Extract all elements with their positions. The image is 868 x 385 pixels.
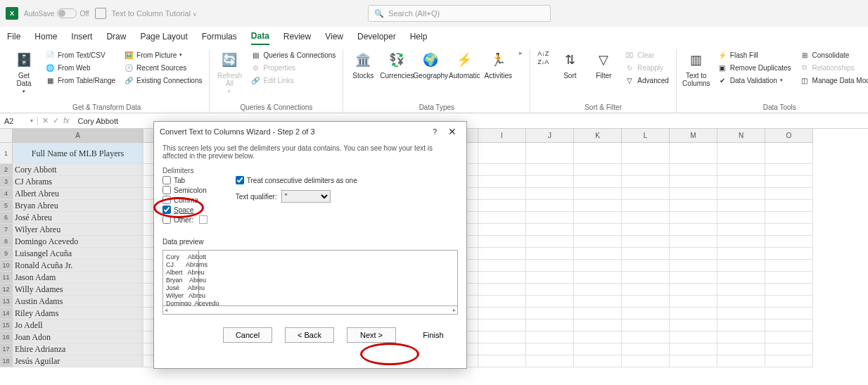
cell[interactable] — [765, 284, 813, 296]
cell[interactable] — [717, 308, 765, 320]
cell[interactable] — [478, 343, 526, 355]
cell[interactable] — [765, 343, 813, 355]
cell[interactable] — [478, 296, 526, 308]
cell[interactable]: José Abreu — [13, 212, 143, 224]
cell[interactable] — [622, 143, 670, 164]
advanced-button[interactable]: ▽Advanced — [622, 75, 671, 86]
cell[interactable] — [526, 176, 574, 188]
cell[interactable] — [574, 260, 622, 272]
formula-value[interactable]: Cory Abbott — [74, 117, 122, 125]
row-header[interactable]: 7 — [0, 224, 13, 236]
header-cell[interactable]: Full Name of MLB Players — [13, 143, 143, 164]
cell[interactable] — [574, 200, 622, 212]
cell[interactable] — [670, 143, 717, 164]
cell[interactable] — [478, 332, 526, 343]
autosave[interactable]: AutoSave Off — [24, 8, 89, 18]
cell[interactable] — [622, 308, 670, 320]
cell[interactable] — [670, 272, 717, 284]
autosave-toggle[interactable] — [57, 8, 77, 18]
cell[interactable] — [765, 164, 813, 176]
cell[interactable]: Riley Adams — [13, 308, 143, 320]
row-header[interactable]: 15 — [0, 320, 13, 332]
cell[interactable] — [526, 260, 574, 272]
col-header-J[interactable]: J — [526, 129, 574, 143]
get-data-button[interactable]: 🗄️ Get Data▾ — [8, 49, 39, 96]
row-header[interactable]: 8 — [0, 236, 13, 248]
cell[interactable] — [574, 188, 622, 200]
cell[interactable]: Willy Adames — [13, 284, 143, 296]
cell[interactable] — [670, 212, 717, 224]
cell[interactable] — [622, 355, 670, 367]
cell[interactable] — [765, 272, 813, 284]
cell[interactable] — [526, 224, 574, 236]
cell[interactable] — [717, 320, 765, 332]
cell[interactable] — [765, 236, 813, 248]
menu-draw[interactable]: Draw — [106, 29, 126, 44]
col-header-K[interactable]: K — [574, 129, 622, 143]
cell[interactable] — [670, 260, 717, 272]
cell[interactable] — [670, 355, 717, 367]
help-button[interactable]: ? — [426, 127, 444, 136]
cell[interactable] — [717, 248, 765, 260]
cell[interactable] — [622, 200, 670, 212]
cell[interactable] — [622, 212, 670, 224]
currencies-button[interactable]: 💱Currencies — [381, 49, 412, 81]
finish-button[interactable]: Finish — [409, 327, 458, 343]
row-header[interactable]: 13 — [0, 296, 13, 308]
menu-formulas[interactable]: Formulas — [202, 29, 237, 44]
cell[interactable] — [526, 296, 574, 308]
cell[interactable] — [717, 164, 765, 176]
cell[interactable] — [717, 284, 765, 296]
cell[interactable] — [478, 320, 526, 332]
close-button[interactable]: ✕ — [444, 126, 461, 137]
cell[interactable] — [765, 176, 813, 188]
row-header[interactable]: 4 — [0, 188, 13, 200]
cell[interactable]: Jason Adam — [13, 272, 143, 284]
cell[interactable] — [478, 272, 526, 284]
save-icon[interactable] — [95, 8, 106, 19]
text-to-columns-button[interactable]: ▥Text to Columns — [681, 49, 712, 89]
sort-button[interactable]: ⇅Sort — [554, 49, 585, 81]
row-header[interactable]: 11 — [0, 272, 13, 284]
flash-fill-button[interactable]: ⚡Flash Fill — [715, 49, 794, 61]
cell[interactable] — [717, 176, 765, 188]
cell[interactable] — [765, 188, 813, 200]
cell[interactable] — [478, 188, 526, 200]
qualifier-select[interactable]: " — [281, 190, 331, 203]
cell[interactable] — [717, 332, 765, 343]
stocks-button[interactable]: 🏛️Stocks — [347, 49, 378, 81]
row-header[interactable]: 10 — [0, 260, 13, 272]
cell[interactable] — [622, 320, 670, 332]
cell[interactable] — [670, 248, 717, 260]
other-checkbox[interactable]: Other: — [162, 215, 208, 224]
cell[interactable]: Joan Adon — [13, 332, 143, 343]
cell[interactable] — [765, 320, 813, 332]
cell[interactable] — [670, 176, 717, 188]
cell[interactable]: CJ Abrams — [13, 176, 143, 188]
menu-page-layout[interactable]: Page Layout — [140, 29, 187, 44]
accept-formula-icon[interactable]: ✓ — [53, 116, 59, 125]
automatic-button[interactable]: ⚡Automatic — [449, 49, 480, 81]
cell[interactable] — [526, 200, 574, 212]
cell[interactable] — [765, 308, 813, 320]
col-header-L[interactable]: L — [622, 129, 670, 143]
cell[interactable] — [670, 296, 717, 308]
consolidate-button[interactable]: ⊞Consolidate — [797, 49, 868, 61]
refresh-all-button[interactable]: 🔄 Refresh All▾ — [214, 49, 245, 96]
cell[interactable] — [670, 224, 717, 236]
cell[interactable] — [622, 164, 670, 176]
remove-duplicates-button[interactable]: ▣Remove Duplicates — [715, 62, 794, 73]
menu-help[interactable]: Help — [410, 29, 428, 44]
cell[interactable] — [526, 248, 574, 260]
row-header[interactable]: 6 — [0, 212, 13, 224]
cell[interactable] — [526, 308, 574, 320]
menu-developer[interactable]: Developer — [357, 29, 396, 44]
cell[interactable] — [717, 224, 765, 236]
cell[interactable] — [526, 143, 574, 164]
sort-asc-button[interactable]: A↓Z — [535, 49, 551, 58]
cell[interactable] — [526, 355, 574, 367]
cell[interactable] — [478, 224, 526, 236]
cell[interactable] — [670, 200, 717, 212]
cell[interactable] — [574, 332, 622, 343]
cell[interactable]: Jo Adell — [13, 320, 143, 332]
